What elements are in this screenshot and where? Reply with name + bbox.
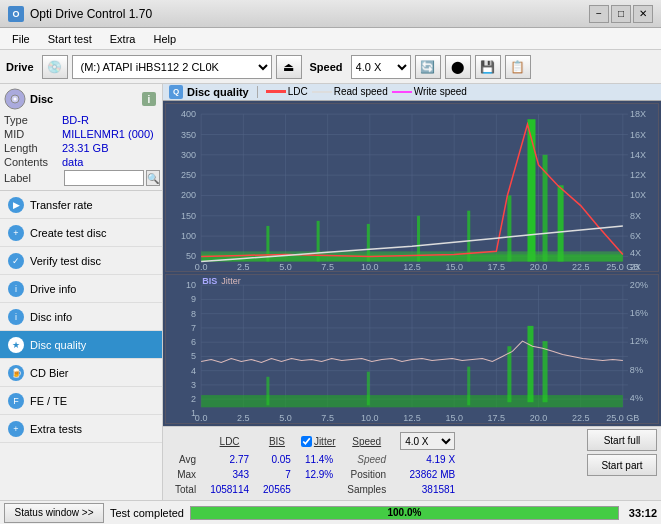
chart-header: Q Disc quality LDC Read speed Write spee…: [163, 84, 661, 101]
sidebar-item-disc-quality[interactable]: ★ Disc quality: [0, 331, 162, 359]
svg-text:25.0 GB: 25.0 GB: [606, 261, 639, 271]
total-bis: 20565: [257, 483, 297, 496]
jitter-checkbox[interactable]: [301, 436, 312, 447]
fe-te-icon: F: [8, 393, 24, 409]
avg-ldc: 2.77: [204, 453, 255, 466]
stats-total-row: Total 1058114 20565 Samples 381581: [169, 483, 461, 496]
sidebar-item-disc-info[interactable]: i Disc info: [0, 303, 162, 331]
svg-rect-90: [367, 372, 370, 406]
svg-text:9: 9: [191, 295, 196, 305]
svg-text:12.5: 12.5: [403, 261, 421, 271]
disc-length-row: Length 23.31 GB: [4, 142, 158, 154]
svg-text:12X: 12X: [630, 170, 646, 180]
svg-text:250: 250: [181, 170, 196, 180]
svg-text:22.5: 22.5: [572, 413, 590, 423]
svg-text:i: i: [148, 94, 151, 105]
sidebar-item-verify-test-disc[interactable]: ✓ Verify test disc: [0, 247, 162, 275]
ldc-legend-label: LDC: [288, 86, 308, 97]
minimize-button[interactable]: −: [589, 5, 609, 23]
extra-tests-label: Extra tests: [30, 423, 82, 435]
sidebar-item-drive-info[interactable]: i Drive info: [0, 275, 162, 303]
svg-text:20.0: 20.0: [530, 413, 548, 423]
titlebar: O Opti Drive Control 1.70 − □ ✕: [0, 0, 661, 28]
drive-info-icon: i: [8, 281, 24, 297]
transfer-rate-label: Transfer rate: [30, 199, 93, 211]
svg-text:4: 4: [191, 366, 196, 376]
menu-extra[interactable]: Extra: [102, 31, 144, 47]
menu-start-test[interactable]: Start test: [40, 31, 100, 47]
svg-rect-88: [507, 347, 511, 403]
close-button[interactable]: ✕: [633, 5, 653, 23]
length-value: 23.31 GB: [62, 142, 108, 154]
disc-header: Disc i: [4, 88, 158, 110]
nav-menu: ▶ Transfer rate + Create test disc ✓ Ver…: [0, 191, 162, 500]
svg-point-2: [14, 98, 17, 101]
speed-label: Speed: [310, 61, 343, 73]
svg-text:6X: 6X: [630, 231, 641, 241]
restore-button[interactable]: □: [611, 5, 631, 23]
eject-button[interactable]: ⏏: [276, 55, 302, 79]
svg-text:8%: 8%: [630, 365, 643, 375]
svg-text:22.5: 22.5: [572, 261, 590, 271]
svg-text:20%: 20%: [630, 281, 648, 291]
upper-chart: 400 350 300 250 200 150 100 50 18X 16X 1…: [165, 103, 659, 273]
svg-text:Jitter: Jitter: [221, 277, 241, 287]
upper-chart-svg: 400 350 300 250 200 150 100 50 18X 16X 1…: [166, 104, 658, 272]
avg-bis: 0.05: [257, 453, 297, 466]
max-label: Max: [169, 468, 202, 481]
start-part-button[interactable]: Start part: [587, 454, 657, 476]
cd-bier-label: CD Bier: [30, 367, 69, 379]
sidebar-item-create-test-disc[interactable]: + Create test disc: [0, 219, 162, 247]
position-value: 23862 MB: [394, 468, 461, 481]
statusbar: Status window >> Test completed 100.0% 3…: [0, 500, 661, 524]
drive-select[interactable]: (M:) ATAPI iHBS112 2 CL0K: [72, 55, 272, 79]
svg-text:0.0: 0.0: [195, 413, 208, 423]
disc-quality-label: Disc quality: [30, 339, 86, 351]
sidebar-item-transfer-rate[interactable]: ▶ Transfer rate: [0, 191, 162, 219]
svg-text:2: 2: [191, 395, 196, 405]
jitter-checkbox-label[interactable]: Jitter: [301, 436, 337, 447]
disc-icon: [4, 88, 26, 110]
svg-text:12.5: 12.5: [403, 413, 421, 423]
status-window-button[interactable]: Status window >>: [4, 503, 104, 523]
svg-text:16X: 16X: [630, 129, 646, 139]
max-jitter: 12.9%: [299, 468, 339, 481]
chart-title: Disc quality: [187, 86, 249, 98]
label-input[interactable]: [64, 170, 144, 186]
verify-test-disc-icon: ✓: [8, 253, 24, 269]
save-button[interactable]: 📋: [505, 55, 531, 79]
speed-stat-select[interactable]: 4.0 X: [400, 432, 455, 450]
menu-file[interactable]: File: [4, 31, 38, 47]
sidebar-item-cd-bier[interactable]: 🍺 CD Bier: [0, 359, 162, 387]
svg-text:7.5: 7.5: [321, 261, 334, 271]
stats-max-row: Max 343 7 12.9% Position 23862 MB: [169, 468, 461, 481]
speed-select[interactable]: 4.0 X: [351, 55, 411, 79]
burn-button[interactable]: ⬤: [445, 55, 471, 79]
ldc-color-swatch: [266, 90, 286, 93]
media-button[interactable]: 💾: [475, 55, 501, 79]
stats-table: LDC BIS Jitter Speed: [167, 429, 463, 498]
position-label: Position: [341, 468, 392, 481]
svg-text:100: 100: [181, 231, 196, 241]
svg-text:25.0 GB: 25.0 GB: [606, 413, 639, 423]
refresh-button[interactable]: 🔄: [415, 55, 441, 79]
mid-key: MID: [4, 128, 62, 140]
right-panel: Q Disc quality LDC Read speed Write spee…: [163, 84, 661, 500]
svg-text:15.0: 15.0: [445, 413, 463, 423]
sidebar-item-extra-tests[interactable]: + Extra tests: [0, 415, 162, 443]
disc-label-row: Label 🔍: [4, 170, 158, 186]
create-test-disc-icon: +: [8, 225, 24, 241]
menu-help[interactable]: Help: [145, 31, 184, 47]
samples-value: 381581: [394, 483, 461, 496]
contents-key: Contents: [4, 156, 62, 168]
svg-rect-91: [467, 367, 470, 406]
type-value: BD-R: [62, 114, 89, 126]
start-full-button[interactable]: Start full: [587, 429, 657, 451]
contents-value: data: [62, 156, 83, 168]
drive-info-label: Drive info: [30, 283, 76, 295]
svg-text:7: 7: [191, 323, 196, 333]
sidebar-item-fe-te[interactable]: F FE / TE: [0, 387, 162, 415]
label-browse-button[interactable]: 🔍: [146, 170, 160, 186]
svg-text:17.5: 17.5: [488, 261, 506, 271]
svg-text:5.0: 5.0: [279, 413, 292, 423]
